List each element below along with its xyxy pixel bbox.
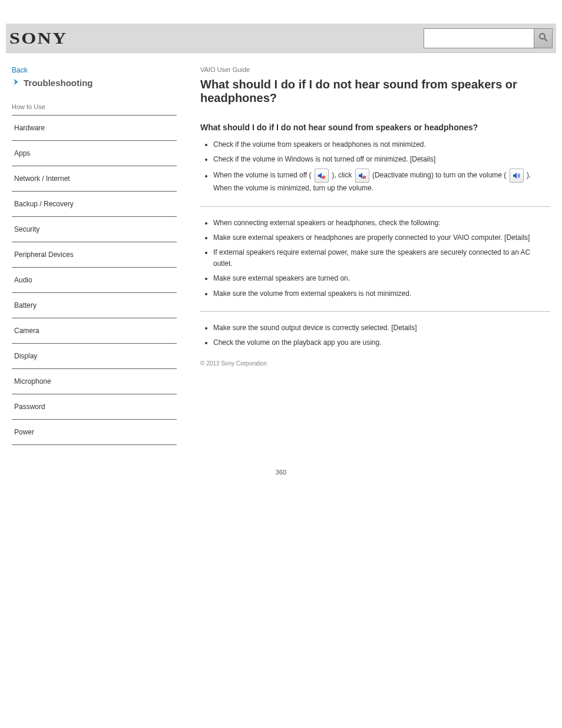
divider — [200, 206, 550, 207]
speaker-on-icon — [510, 169, 524, 183]
bullet-list: Check if the volume from speakers or hea… — [200, 139, 550, 195]
list-item: Make sure the volume from external speak… — [213, 288, 550, 299]
text-fragment: ), click — [332, 172, 353, 180]
sidebar-item-password[interactable]: Password — [12, 394, 177, 420]
back-link[interactable]: Back — [12, 66, 177, 74]
list-item: When the volume is turned off ( ), click — [213, 169, 550, 194]
sidebar-item-backup[interactable]: Backup / Recovery — [12, 192, 177, 217]
chevron-right-icon — [12, 78, 20, 88]
sidebar-heading[interactable]: Troubleshooting — [12, 78, 177, 88]
list-item: Make sure external speakers or headphone… — [213, 232, 550, 243]
sidebar-item-security[interactable]: Security — [12, 217, 177, 242]
search-icon — [538, 32, 548, 44]
sidebar-item-microphone[interactable]: Microphone — [12, 369, 177, 394]
sidebar-item-apps[interactable]: Apps — [12, 141, 177, 166]
copyright: © 2013 Sony Corporation — [200, 360, 550, 367]
list-item: Make sure external speakers are turned o… — [213, 273, 550, 284]
list-item: Check if the volume from speakers or hea… — [213, 139, 550, 150]
search-area — [424, 28, 553, 48]
text-fragment: When the volume is turned off ( — [213, 172, 312, 180]
section-heading: What should I do if I do not hear sound … — [200, 123, 550, 132]
bullet-list: Make sure the sound output device is cor… — [200, 322, 550, 348]
sidebar: Back Troubleshooting How to Use Hardware… — [12, 66, 189, 445]
bullet-list: When connecting external speakers or hea… — [200, 218, 550, 299]
search-button[interactable] — [534, 28, 553, 48]
brand-logo: SONY — [9, 29, 68, 48]
page-number: 360 — [6, 445, 556, 487]
list-item: If external speakers require external po… — [213, 247, 550, 269]
troubleshooting-label: Troubleshooting — [24, 78, 93, 88]
sidebar-item-network[interactable]: Network / Internet — [12, 166, 177, 192]
header-bar: SONY — [6, 24, 556, 53]
list-item: Make sure the sound output device is cor… — [213, 322, 550, 334]
main-content: VAIO User Guide What should I do if I do… — [189, 66, 556, 445]
svg-line-1 — [544, 38, 547, 41]
sidebar-item-audio[interactable]: Audio — [12, 268, 177, 293]
sidebar-item-peripheral[interactable]: Peripheral Devices — [12, 242, 177, 268]
breadcrumb: VAIO User Guide — [200, 66, 550, 73]
content: Back Troubleshooting How to Use Hardware… — [6, 53, 556, 445]
search-input[interactable] — [424, 28, 534, 48]
list-item: Check the volume on the playback app you… — [213, 337, 550, 348]
speaker-mute-icon — [315, 169, 329, 183]
speaker-mute-click-icon[interactable] — [355, 169, 369, 183]
list-item: Check if the volume in Windows is not tu… — [213, 154, 550, 165]
svg-point-0 — [540, 34, 545, 39]
how-to-use-label: How to Use — [12, 103, 177, 110]
page-title: What should I do if I do not hear sound … — [200, 78, 550, 105]
divider — [200, 311, 550, 312]
sidebar-item-power[interactable]: Power — [12, 420, 177, 445]
sidebar-item-display[interactable]: Display — [12, 344, 177, 369]
sidebar-item-camera[interactable]: Camera — [12, 318, 177, 344]
text-fragment: (Deactivate muting) to turn on the volum… — [372, 172, 506, 180]
list-item: When connecting external speakers or hea… — [213, 218, 550, 229]
sidebar-item-battery[interactable]: Battery — [12, 293, 177, 318]
sidebar-item-hardware[interactable]: Hardware — [12, 115, 177, 141]
